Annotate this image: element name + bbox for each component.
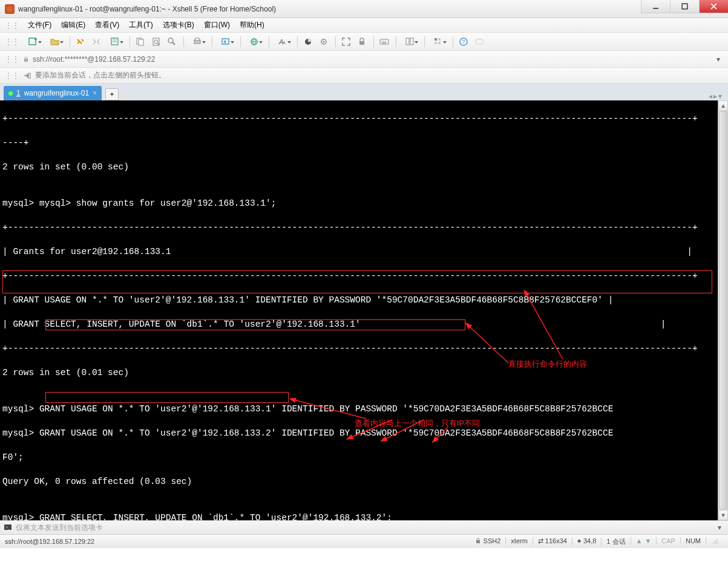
send-dropdown[interactable]: ▾ [715,523,724,532]
svg-rect-28 [359,41,364,45]
menu-window[interactable]: 窗口(W) [200,18,234,32]
minimize-button[interactable] [641,0,670,13]
font-button[interactable]: AA [272,34,293,49]
xftp-button[interactable] [215,34,236,49]
svg-point-31 [383,41,384,41]
svg-rect-53 [476,540,480,543]
toolbar: ⋮⋮ AA ? [0,33,728,51]
web-button[interactable] [244,34,264,49]
svg-rect-42 [476,39,483,44]
tab-close-icon[interactable]: × [93,89,97,97]
terminal-scrollbar[interactable]: ▴ ▾ [718,100,728,520]
print-button[interactable] [187,34,208,49]
connected-led-icon [8,91,13,96]
svg-point-27 [323,41,325,42]
menu-tabs[interactable]: 选项卡(B) [159,18,198,32]
svg-text:A: A [283,41,286,45]
status-bar: ssh://root@192.168.57.129:22 SSH2 xterm … [0,535,728,548]
find-button[interactable] [165,34,179,49]
terminal-line: mysql> GRANT USAGE ON *.* TO 'user2'@'19… [2,403,726,415]
svg-rect-35 [410,38,413,45]
app-icon [5,4,15,14]
new-session-button[interactable] [23,34,44,49]
svg-line-16 [172,42,175,45]
terminal-line: | Grants for user2@192.168.133.1 | [2,246,726,258]
address-dropdown[interactable]: ▾ [713,55,723,64]
properties-button[interactable] [105,34,125,49]
status-updown: ▲ ▼ [631,537,657,544]
svg-rect-1 [682,4,687,9]
lock-icon [23,56,29,62]
tab-label: wangruifenglinux-01 [24,89,89,97]
terminal-send-icon: >_ [4,523,12,532]
maximize-button[interactable] [670,0,699,13]
menu-help[interactable]: 帮助(H) [236,18,268,32]
menu-edit[interactable]: 编辑(E) [57,18,89,32]
arrow-hint-icon [23,71,31,80]
help-button[interactable]: ? [456,34,471,49]
svg-rect-34 [406,38,409,45]
svg-point-32 [385,41,385,41]
send-placeholder[interactable]: 仅将文本发送到当前选项卡 [16,523,103,533]
colors-button[interactable] [301,34,315,49]
window-titlebar: wangruifenglinux-01 - root@wangruifeng-0… [0,0,728,18]
open-button[interactable] [45,34,65,49]
tab-next-button[interactable]: ▸ [713,92,717,100]
scroll-up-button[interactable]: ▴ [718,100,728,111]
svg-rect-39 [438,42,441,44]
svg-rect-11 [139,39,143,45]
svg-rect-44 [28,73,30,78]
menu-tools[interactable]: 工具(T) [125,18,156,32]
terminal-line: +---------------------------------------… [2,270,726,282]
terminal-line: 2 rows in set (0.00 sec) [2,161,726,173]
svg-point-15 [168,38,173,43]
fullscreen-button[interactable] [339,34,353,49]
about-button[interactable] [472,34,487,49]
menu-view[interactable]: 查看(V) [91,18,123,32]
terminal-line: Query OK, 0 rows affected (0.03 sec) [2,475,726,488]
scroll-down-button[interactable]: ▾ [718,510,728,520]
scroll-thumb[interactable] [719,111,727,509]
svg-rect-29 [380,39,389,44]
svg-rect-37 [438,38,441,41]
svg-rect-36 [435,38,437,41]
tab-number: 1 [16,89,21,97]
terminal-line: ----+ [2,137,726,149]
tab-list-button[interactable]: ▾ [718,92,722,100]
terminal-line: | GRANT USAGE ON *.* TO 'user2'@'192.168… [2,294,726,306]
terminal-output[interactable]: +---------------------------------------… [0,100,728,520]
window-title: wangruifenglinux-01 - root@wangruifeng-0… [18,5,641,13]
new-tab-button[interactable]: + [105,88,119,100]
status-size: ⇄ 116x34 [533,537,572,545]
tile-button[interactable] [399,34,420,49]
terminal-line: | GRANT SELECT, INSERT, UPDATE ON `db1`.… [2,318,726,330]
layout-button[interactable] [428,34,448,49]
disconnect-button[interactable] [89,34,103,49]
status-sessions: 1 会话 [601,537,630,546]
session-tab[interactable]: 1 wangruifenglinux-01 × [4,86,102,100]
keyboard-button[interactable] [377,34,392,49]
terminal-line: +---------------------------------------… [2,221,726,234]
lock-button[interactable] [355,34,369,49]
svg-rect-38 [435,42,437,44]
svg-rect-18 [195,38,199,41]
send-bar: >_ 仅将文本发送到当前选项卡 ▾ [0,520,728,535]
tab-bar: 1 wangruifenglinux-01 × + ◂ ▸ ▾ [0,83,728,100]
paste-button[interactable] [149,34,163,49]
address-text[interactable]: ssh://root:********@192.168.57.129:22 [33,55,155,64]
terminal-line: +---------------------------------------… [2,113,726,125]
annotation-box-3 [45,392,289,403]
close-button[interactable] [699,0,728,13]
reconnect-button[interactable] [73,34,88,49]
status-cursor-pos: ⌖ 34,8 [572,537,601,545]
hint-bar: ⋮⋮ 要添加当前会话，点击左侧的箭头按钮。 [0,68,728,83]
highlight-button[interactable] [316,34,331,49]
copy-button[interactable] [133,34,148,49]
resize-grip-icon[interactable] [706,537,723,544]
tab-prev-button[interactable]: ◂ [709,92,712,100]
svg-text:?: ? [462,39,465,45]
menu-file[interactable]: 文件(F) [24,18,55,32]
terminal-line: 2 rows in set (0.01 sec) [2,367,726,379]
status-protocol: SSH2 [475,537,506,544]
status-cap: CAP [656,537,680,544]
